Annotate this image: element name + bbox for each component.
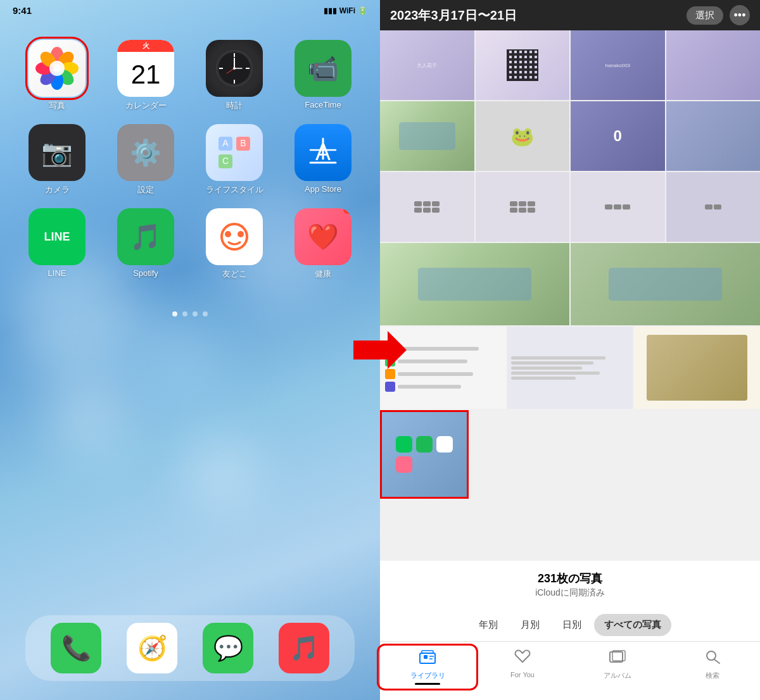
- spotify-icon-symbol: 🎵: [130, 222, 162, 252]
- photo-cell-5-3[interactable]: [634, 327, 760, 409]
- app-appstore-icon[interactable]: A: [294, 124, 352, 181]
- app-camera-icon-wrap[interactable]: 📷 カメラ: [19, 124, 95, 196]
- app-lifestyle-icon[interactable]: A B C: [206, 124, 263, 181]
- calendar-weekday: 火: [117, 40, 174, 52]
- foryou-icon: [514, 649, 531, 668]
- facetime-icon-symbol: 📹: [307, 54, 339, 84]
- photo-cell-2-1[interactable]: [380, 101, 474, 171]
- photo-cell-3-4[interactable]: [666, 172, 761, 242]
- dock: 📞 🧭 💬 🎵: [25, 615, 355, 681]
- health-icon-symbol: ❤️: [307, 222, 339, 252]
- tab-daily[interactable]: 日別: [552, 614, 592, 636]
- mixerbox-svg: [215, 218, 253, 256]
- more-button[interactable]: •••: [730, 5, 750, 25]
- photos-flower-svg: [35, 46, 79, 91]
- dock-music[interactable]: 🎵: [279, 623, 329, 673]
- photos-date: 2023年3月17日〜21日: [390, 7, 517, 24]
- photo-row-6: [380, 410, 760, 499]
- svg-rect-35: [424, 655, 428, 659]
- iphone-homescreen: 9:41 ▮▮▮ WiFi 🔋 写: [0, 0, 380, 700]
- svg-line-41: [714, 659, 719, 663]
- bottom-nav: ライブラリ For You アルバム: [380, 641, 760, 700]
- view-tabs: 年別 月別 日別 すべての写真: [380, 609, 760, 641]
- clock-svg: [215, 49, 253, 87]
- svg-marker-32: [353, 331, 407, 369]
- dock-safari[interactable]: 🧭: [127, 623, 177, 673]
- photo-cell-1-3[interactable]: hanako003: [571, 30, 665, 100]
- photo-row-2: 🐸 0: [380, 101, 760, 171]
- app-settings-icon[interactable]: ⚙️: [117, 124, 174, 181]
- photo-cell-2-4[interactable]: [666, 101, 761, 171]
- photo-cell-homescreen-highlighted[interactable]: [380, 410, 469, 499]
- nav-foryou[interactable]: For You: [475, 647, 570, 687]
- settings-icon-symbol: ⚙️: [130, 138, 162, 168]
- app-calendar-icon[interactable]: 火 21: [117, 40, 174, 97]
- dock-messages[interactable]: 💬: [203, 623, 253, 673]
- svg-point-40: [707, 651, 716, 660]
- photo-cell-1-2[interactable]: [476, 30, 570, 100]
- photo-cell-4-2[interactable]: [571, 243, 760, 325]
- app-clock-icon-wrap[interactable]: 時計: [196, 40, 272, 111]
- battery-icon: 🔋: [358, 6, 367, 15]
- albums-icon-svg: [609, 649, 626, 665]
- photo-cell-3-2[interactable]: [476, 172, 570, 242]
- nav-active-indicator: [415, 683, 440, 685]
- app-photos-label: 写真: [49, 100, 65, 111]
- svg-rect-34: [422, 651, 433, 653]
- tab-monthly[interactable]: 月別: [510, 614, 550, 636]
- app-camera-label: カメラ: [45, 184, 70, 196]
- photo-row-4: [380, 243, 760, 325]
- music-icon: 🎵: [289, 634, 319, 662]
- photo-cell-2-3[interactable]: 0: [571, 101, 665, 171]
- photos-sync: iCloudに同期済み: [390, 587, 750, 599]
- app-spotify-icon-wrap[interactable]: 🎵 Spotify: [108, 208, 184, 280]
- photo-row-1: 大人花子 hanako003: [380, 30, 760, 100]
- app-lifestyle-icon-wrap[interactable]: A B C ライフスタイル: [196, 124, 272, 196]
- photos-count: 231枚の写真: [390, 571, 750, 586]
- app-calendar-label: カレンダー: [125, 100, 167, 111]
- dot-1: [172, 311, 177, 316]
- app-camera-icon[interactable]: 📷: [28, 124, 86, 181]
- photo-cell-2-2[interactable]: 🐸: [476, 101, 570, 171]
- photo-cell-1-1[interactable]: 大人花子: [380, 30, 474, 100]
- search-icon-svg: [704, 649, 721, 665]
- app-clock-icon[interactable]: [206, 40, 263, 97]
- app-spotify-icon[interactable]: 🎵: [117, 208, 174, 265]
- dot-4: [203, 311, 208, 316]
- app-photos-icon-wrap[interactable]: 写真: [19, 40, 95, 111]
- signal-icon: ▮▮▮: [324, 6, 337, 15]
- dot-2: [182, 311, 187, 316]
- select-button[interactable]: 選択: [687, 6, 723, 25]
- photo-cell-3-1[interactable]: [380, 172, 474, 242]
- dock-phone[interactable]: 📞: [51, 623, 101, 673]
- app-line-icon[interactable]: LINE: [28, 208, 86, 265]
- app-facetime-icon-wrap[interactable]: 📹 FaceTime: [285, 40, 361, 111]
- photo-cell-4-1[interactable]: [380, 243, 569, 325]
- photos-header-actions: 選択 •••: [687, 5, 750, 25]
- app-settings-icon-wrap[interactable]: ⚙️ 設定: [108, 124, 184, 196]
- photo-cell-1-4[interactable]: [666, 30, 761, 100]
- app-calendar-icon-wrap[interactable]: 火 21 カレンダー: [108, 40, 184, 111]
- tab-all-photos[interactable]: すべての写真: [594, 614, 671, 636]
- svg-point-8: [49, 61, 65, 76]
- photo-cell-5-2[interactable]: [507, 327, 633, 409]
- tab-yearly[interactable]: 年別: [469, 614, 508, 636]
- nav-search-label: 検索: [706, 671, 719, 680]
- status-time: 9:41: [13, 5, 32, 16]
- health-badge: 4: [343, 208, 352, 214]
- app-health-icon[interactable]: ❤️ 4: [294, 208, 352, 265]
- nav-search[interactable]: 検索: [665, 647, 760, 687]
- app-mixerbox-icon[interactable]: [206, 208, 263, 265]
- photo-grid: 大人花子 hanako003 🐸 0: [380, 30, 760, 561]
- nav-library[interactable]: ライブラリ: [380, 647, 475, 687]
- nav-albums[interactable]: アルバム: [570, 647, 665, 687]
- svg-text:B: B: [240, 138, 246, 148]
- app-appstore-label: App Store: [305, 184, 341, 194]
- app-spotify-label: Spotify: [133, 268, 158, 278]
- app-facetime-icon[interactable]: 📹: [294, 40, 352, 97]
- app-appstore-icon-wrap[interactable]: A App Store: [285, 124, 361, 196]
- lifestyle-svg: A B C: [215, 134, 253, 172]
- camera-icon-symbol: 📷: [41, 138, 73, 168]
- photo-cell-3-3[interactable]: [571, 172, 665, 242]
- app-photos-icon[interactable]: [28, 40, 86, 97]
